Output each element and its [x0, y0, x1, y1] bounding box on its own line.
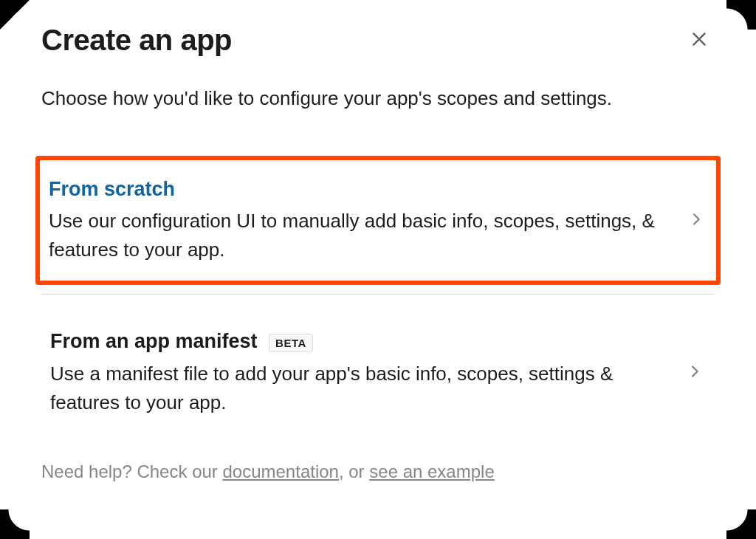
close-button[interactable] [684, 24, 715, 57]
option-from-scratch[interactable]: From scratch Use our configuration UI to… [35, 156, 721, 285]
chevron-right-icon [688, 211, 704, 230]
divider [41, 294, 715, 295]
option-title: From scratch [49, 176, 673, 202]
modal-title: Create an app [41, 24, 232, 57]
beta-badge: BETA [269, 334, 313, 353]
modal-subtitle: Choose how you'd like to configure your … [41, 85, 715, 111]
modal-header: Create an app [41, 24, 715, 57]
help-prefix: Need help? Check our [41, 461, 222, 481]
create-app-modal: Create an app Choose how you'd like to c… [0, 0, 756, 485]
close-icon [690, 30, 709, 51]
see-example-link[interactable]: see an example [369, 461, 494, 481]
chevron-right-icon [687, 363, 703, 382]
option-description: Use a manifest file to add your app's ba… [50, 360, 672, 417]
option-description: Use our configuration UI to manually add… [49, 207, 673, 264]
option-title-text: From an app manifest [50, 330, 258, 352]
option-content: From an app manifest BETA Use a manifest… [50, 329, 687, 416]
help-middle: , or [339, 461, 369, 481]
option-content: From scratch Use our configuration UI to… [49, 176, 688, 264]
option-title: From an app manifest BETA [50, 329, 672, 354]
option-from-manifest[interactable]: From an app manifest BETA Use a manifest… [41, 315, 715, 430]
documentation-link[interactable]: documentation [222, 461, 338, 481]
help-text: Need help? Check our documentation, or s… [41, 459, 715, 485]
